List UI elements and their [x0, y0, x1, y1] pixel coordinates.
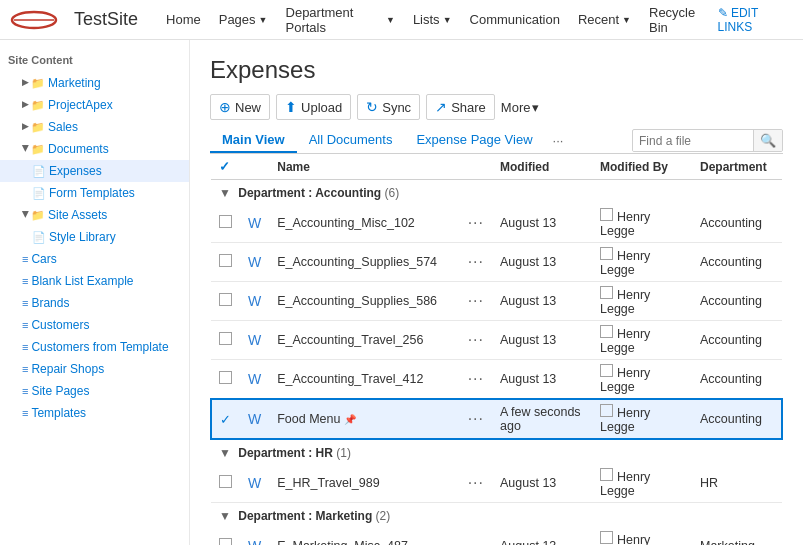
checkbox-small[interactable] [600, 208, 613, 221]
table-row[interactable]: W E_Accounting_Misc_102 ··· August 13 He… [211, 204, 782, 243]
checkbox-small[interactable] [600, 531, 613, 544]
file-name[interactable]: E_HR_Travel_989 [269, 464, 459, 503]
row-options[interactable]: ··· [460, 399, 492, 439]
sidebar-item-blank-list[interactable]: ≡ Blank List Example [0, 270, 189, 292]
checkbox-small[interactable] [600, 468, 613, 481]
file-name[interactable]: E_Accounting_Travel_412 [269, 360, 459, 400]
tab-more-btn[interactable]: ··· [545, 129, 572, 152]
sidebar-item-form-templates[interactable]: 📄 Form Templates [0, 182, 189, 204]
file-name[interactable]: E_Marketing_Misc_487 [269, 527, 459, 545]
row-options[interactable]: ··· [460, 321, 492, 360]
sidebar-item-sales[interactable]: ▶ 📁 Sales [0, 116, 189, 138]
checkbox-small[interactable] [600, 247, 613, 260]
sidebar-item-brands[interactable]: ≡ Brands [0, 292, 189, 314]
checkbox-small[interactable] [600, 364, 613, 377]
nav-communication[interactable]: Communication [462, 0, 568, 40]
collapse-icon[interactable]: ▼ [219, 446, 231, 460]
row-check[interactable] [211, 321, 240, 360]
checkbox-small[interactable] [600, 325, 613, 338]
checkbox[interactable] [219, 215, 232, 228]
sidebar-item-repair-shops[interactable]: ≡ Repair Shops [0, 358, 189, 380]
table-row[interactable]: W E_Accounting_Travel_256 ··· August 13 … [211, 321, 782, 360]
col-name[interactable]: Name [269, 154, 459, 180]
more-button[interactable]: More ▾ [501, 100, 540, 115]
header-check[interactable]: ✓ [219, 159, 230, 174]
expand-icon-expanded: ▶ [19, 146, 33, 153]
sidebar-item-site-pages[interactable]: ≡ Site Pages [0, 380, 189, 402]
collapse-icon[interactable]: ▼ [219, 509, 231, 523]
dots-icon[interactable]: ··· [468, 253, 484, 270]
table-row[interactable]: W E_Accounting_Travel_412 ··· August 13 … [211, 360, 782, 400]
row-check[interactable] [211, 527, 240, 545]
row-check[interactable] [211, 360, 240, 400]
dots-icon[interactable]: ··· [468, 214, 484, 231]
checkbox[interactable] [219, 293, 232, 306]
sync-button[interactable]: ↻ Sync [357, 94, 420, 120]
checkbox[interactable] [219, 254, 232, 267]
col-modified-by[interactable]: Modified By [592, 154, 692, 180]
row-check[interactable] [211, 204, 240, 243]
sidebar-item-marketing[interactable]: ▶ 📁 Marketing [0, 72, 189, 94]
row-options[interactable]: ··· [460, 204, 492, 243]
search-button[interactable]: 🔍 [753, 130, 782, 151]
new-button[interactable]: ⊕ New [210, 94, 270, 120]
upload-button[interactable]: ⬆ Upload [276, 94, 351, 120]
sidebar-item-projectapex[interactable]: ▶ 📁 ProjectApex [0, 94, 189, 116]
checkbox[interactable] [219, 538, 232, 545]
sidebar-item-site-assets[interactable]: ▶ 📁 Site Assets [0, 204, 189, 226]
row-check[interactable] [211, 464, 240, 503]
edit-links-btn[interactable]: ✎ EDIT LINKS [718, 6, 793, 34]
sidebar-item-customers[interactable]: ≡ Customers [0, 314, 189, 336]
table-row[interactable]: W E_Accounting_Supplies_586 ··· August 1… [211, 282, 782, 321]
table-row[interactable]: W E_HR_Travel_989 ··· August 13 Henry Le… [211, 464, 782, 503]
table-row[interactable]: W E_Marketing_Misc_487 ··· August 13 Hen… [211, 527, 782, 545]
nav-lists[interactable]: Lists ▼ [405, 0, 460, 40]
sidebar-item-customers-from-template[interactable]: ≡ Customers from Template [0, 336, 189, 358]
checkbox[interactable] [219, 475, 232, 488]
search-input[interactable] [633, 131, 753, 151]
sidebar-item-style-library[interactable]: 📄 Style Library [0, 226, 189, 248]
row-options[interactable]: ··· [460, 360, 492, 400]
nav-recycle-bin[interactable]: Recycle Bin [641, 0, 718, 40]
nav-recent[interactable]: Recent ▼ [570, 0, 639, 40]
dots-icon[interactable]: ··· [468, 292, 484, 309]
checkbox[interactable] [219, 371, 232, 384]
dots-icon[interactable]: ··· [468, 410, 484, 427]
file-name[interactable]: E_Accounting_Supplies_574 [269, 243, 459, 282]
sidebar-item-documents[interactable]: ▶ 📁 Documents [0, 138, 189, 160]
col-department[interactable]: Department [692, 154, 782, 180]
dots-icon[interactable]: ··· [468, 370, 484, 387]
file-name[interactable]: E_Accounting_Misc_102 [269, 204, 459, 243]
row-options[interactable]: ··· [460, 527, 492, 545]
row-check[interactable]: ✓ [211, 399, 240, 439]
table-row[interactable]: W E_Accounting_Supplies_574 ··· August 1… [211, 243, 782, 282]
checkbox-small[interactable] [600, 286, 613, 299]
table-row[interactable]: ✓ W Food Menu 📌 ··· A few seconds ago He… [211, 399, 782, 439]
share-button[interactable]: ↗ Share [426, 94, 495, 120]
nav-pages[interactable]: Pages ▼ [211, 0, 276, 40]
tab-all-documents[interactable]: All Documents [297, 128, 405, 153]
dots-icon[interactable]: ··· [468, 331, 484, 348]
file-name[interactable]: Food Menu 📌 [269, 399, 459, 439]
nav-home[interactable]: Home [158, 0, 209, 40]
row-options[interactable]: ··· [460, 464, 492, 503]
nav-department-portals[interactable]: Department Portals ▼ [278, 0, 403, 40]
tab-main-view[interactable]: Main View [210, 128, 297, 153]
row-check[interactable] [211, 282, 240, 321]
tab-expense-page-view[interactable]: Expense Page View [404, 128, 544, 153]
checkbox-small[interactable] [600, 404, 613, 417]
collapse-icon[interactable]: ▼ [219, 186, 231, 200]
file-name[interactable]: E_Accounting_Travel_256 [269, 321, 459, 360]
checkbox[interactable] [219, 332, 232, 345]
file-name[interactable]: E_Accounting_Supplies_586 [269, 282, 459, 321]
sidebar-item-expenses[interactable]: 📄 Expenses [0, 160, 189, 182]
dots-icon[interactable]: ··· [468, 474, 484, 491]
sidebar-item-cars[interactable]: ≡ Cars [0, 248, 189, 270]
col-modified[interactable]: Modified [492, 154, 592, 180]
top-nav-bar: TestSite Home Pages ▼ Department Portals… [0, 0, 803, 40]
row-options[interactable]: ··· [460, 282, 492, 321]
row-options[interactable]: ··· [460, 243, 492, 282]
sidebar-item-templates[interactable]: ≡ Templates [0, 402, 189, 424]
row-check[interactable] [211, 243, 240, 282]
dots-icon[interactable]: ··· [468, 537, 484, 545]
